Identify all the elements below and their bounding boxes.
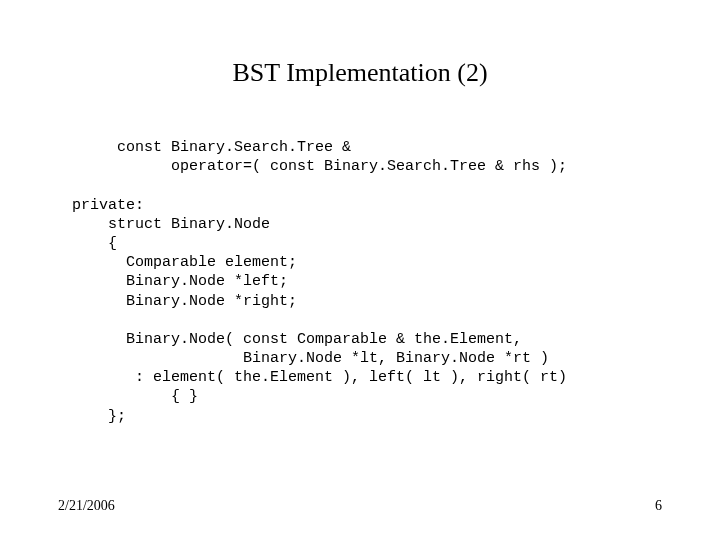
code-block: const Binary.Search.Tree & operator=( co…: [72, 138, 690, 426]
footer-date: 2/21/2006: [58, 498, 115, 514]
page-title: BST Implementation (2): [0, 58, 720, 88]
slide: BST Implementation (2) const Binary.Sear…: [0, 0, 720, 540]
footer-page-number: 6: [655, 498, 662, 514]
